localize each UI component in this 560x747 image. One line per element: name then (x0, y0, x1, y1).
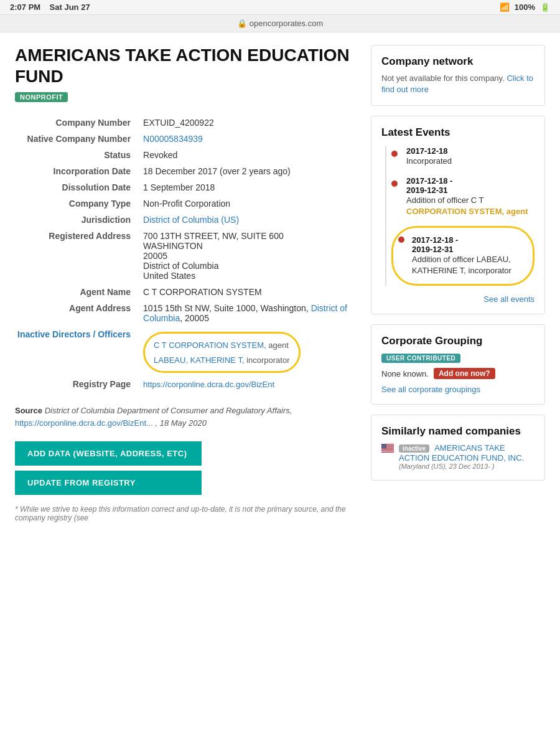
agent-name-row: Agent Name C T CORPORATION SYSTEM (15, 284, 356, 300)
agent-address-label: Agent Address (15, 300, 141, 326)
svg-rect-10 (381, 451, 394, 451)
native-number-row: Native Company Number N00005834939 (15, 131, 356, 147)
svg-rect-9 (381, 450, 394, 451)
svg-rect-12 (381, 452, 394, 453)
svg-rect-8 (381, 449, 394, 450)
officers-label-link[interactable]: Inactive Directors / Officers (17, 329, 131, 339)
battery-display: 100% (515, 2, 535, 12)
officer-2: LABEAU, KATHERINE T, incorporator (154, 355, 289, 365)
latest-events-panel: Latest Events 2017-12-18 Incorporated 20… (371, 116, 545, 314)
url-bar[interactable]: 🔒 opencorporates.com (237, 19, 324, 28)
event-1-date: 2017-12-18 (406, 146, 452, 156)
svg-rect-11 (381, 451, 394, 452)
jurisdiction-row: Jurisdiction District of Columbia (US) (15, 212, 356, 228)
company-type-row: Company Type Non-Profit Corporation (15, 195, 356, 212)
svg-point-26 (384, 446, 385, 447)
svg-point-31 (386, 447, 386, 448)
footnote: * While we strive to keep this informati… (15, 505, 356, 522)
agent-name-label: Agent Name (15, 284, 141, 300)
status-right: 📶 100% 🔋 (500, 2, 550, 12)
similar-company-1-meta: (Maryland (US), 23 Dec 2013- ) (399, 463, 534, 470)
corporate-grouping-title: Corporate Grouping (381, 335, 534, 347)
svg-point-25 (383, 446, 383, 447)
agent-address-dc-link[interactable]: District of Columbia (143, 303, 347, 323)
company-network-panel: Company network Not yet available for th… (371, 45, 545, 106)
company-type-value: Non-Profit Corporation (141, 195, 356, 212)
company-network-subtitle: Not yet available for this company. Clic… (381, 73, 534, 95)
status-label: Status (15, 147, 141, 163)
browser-bar: 🔒 opencorporates.com (0, 15, 560, 32)
svg-point-38 (386, 448, 386, 449)
registered-address-label: Registered Address (15, 228, 141, 284)
similarly-named-panel: Similarly named companies (371, 415, 545, 481)
source-date: , 18 May 2020 (155, 418, 206, 428)
jurisdiction-link[interactable]: District of Columbia (US) (143, 215, 239, 225)
svg-point-29 (383, 447, 384, 448)
officers-section: C T CORPORATION SYSTEM, agent LABEAU, KA… (143, 332, 353, 373)
status-bar: 2:07 PM Sat Jun 27 📶 100% 🔋 (0, 0, 560, 15)
svg-point-24 (386, 446, 386, 446)
user-contributed-badge: USER CONTRIBUTED (381, 354, 460, 363)
dissolution-date-row: Dissolution Date 1 September 2018 (15, 179, 356, 195)
svg-point-37 (385, 448, 385, 449)
svg-point-14 (382, 444, 383, 445)
company-number-label: Company Number (15, 115, 141, 131)
company-number-row: Company Number EXTUID_4200922 (15, 115, 356, 131)
left-column: AMERICANS TAKE ACTION EDUCATION FUND NON… (15, 45, 356, 522)
event-3-date: 2017-12-18 -2019-12-31 (412, 235, 525, 254)
event-3-desc: Addition of officer LABEAU, KATHERINE T,… (412, 254, 525, 276)
similar-company-1-status: inactive (399, 444, 429, 453)
company-network-title: Company network (381, 55, 534, 68)
see-all-events-link[interactable]: See all events (381, 294, 534, 304)
officers-highlight-box: C T CORPORATION SYSTEM, agent LABEAU, KA… (143, 332, 300, 373)
agent-address-value: 1015 15th St NW, Suite 1000, Washington,… (141, 300, 356, 326)
native-number-link[interactable]: N00005834939 (143, 134, 203, 144)
status-time: 2:07 PM Sat Jun 27 (10, 2, 90, 12)
event-2-link[interactable]: CORPORATION SYSTEM, agent (406, 207, 528, 216)
officer-1-link[interactable]: C T CORPORATION SYSTEM (154, 341, 264, 350)
source-text: District of Columbia Department of Consu… (45, 406, 292, 415)
svg-point-16 (385, 444, 385, 445)
battery-icon: 🔋 (540, 2, 550, 12)
officer-1: C T CORPORATION SYSTEM, agent (154, 340, 289, 350)
source-link[interactable]: https://corponline.dcra.dc.gov/BizEnt... (15, 418, 153, 428)
company-number-value: EXTUID_4200922 (141, 115, 356, 131)
incorporation-date-value: 18 December 2017 (over 2 years ago) (141, 163, 356, 179)
svg-point-32 (383, 448, 383, 448)
svg-point-28 (382, 447, 383, 448)
svg-point-20 (385, 445, 386, 446)
event-2-dot (391, 181, 398, 187)
source-section: Source District of Columbia Department o… (15, 405, 356, 429)
jurisdiction-label: Jurisdiction (15, 212, 141, 228)
dissolution-date-value: 1 September 2018 (141, 179, 356, 195)
agent-address-row: Agent Address 1015 15th St NW, Suite 100… (15, 300, 356, 326)
svg-point-34 (385, 448, 386, 448)
similar-company-1: inactive AMERICANS TAKE ACTION EDUCATION… (381, 443, 534, 470)
status-value: Revoked (141, 147, 356, 163)
native-number-label: Native Company Number (15, 131, 141, 147)
see-all-groupings-link[interactable]: See all corporate groupings (381, 385, 480, 394)
company-title: AMERICANS TAKE ACTION EDUCATION FUND (15, 45, 356, 87)
none-known: None known. Add one now? (381, 368, 534, 379)
add-grouping-button[interactable]: Add one now? (434, 368, 495, 379)
add-data-button[interactable]: ADD DATA (WEBSITE, ADDRESS, ETC) (15, 441, 202, 466)
event-3: 2017-12-18 -2019-12-31 Addition of offic… (391, 226, 534, 286)
svg-point-15 (383, 444, 384, 445)
event-1-desc: Incorporated (406, 156, 452, 167)
registry-page-label: Registry Page (15, 376, 141, 392)
svg-point-18 (383, 445, 383, 446)
company-info-table: Company Number EXTUID_4200922 Native Com… (15, 115, 356, 392)
event-1: 2017-12-18 Incorporated (391, 146, 534, 167)
svg-point-19 (384, 445, 385, 446)
incorporation-date-row: Incorporation Date 18 December 2017 (ove… (15, 163, 356, 179)
svg-point-17 (386, 444, 386, 445)
registry-page-link[interactable]: https://corponline.dcra.dc.gov/BizEnt (143, 380, 274, 389)
svg-point-33 (384, 448, 385, 448)
update-registry-button[interactable]: UPDATE FROM REGISTRY (15, 471, 202, 495)
dissolution-date-label: Dissolution Date (15, 179, 141, 195)
event-3-dot (398, 237, 404, 243)
svg-point-22 (383, 446, 384, 446)
officers-row: Inactive Directors / Officers C T CORPOR… (15, 326, 356, 376)
events-title: Latest Events (381, 126, 534, 139)
officer-2-link[interactable]: LABEAU, KATHERINE T (154, 355, 242, 365)
